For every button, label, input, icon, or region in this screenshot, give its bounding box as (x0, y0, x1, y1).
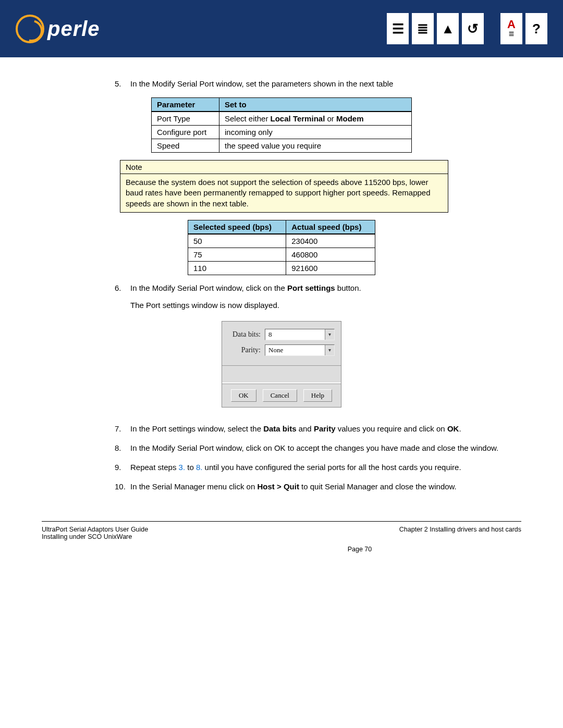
parity-select[interactable]: None ▾ (265, 344, 335, 356)
font-icon[interactable]: A≡ (500, 13, 522, 44)
page-content: 5. In the Modify Serial Port window, set… (0, 57, 563, 505)
speed-table: Selected speed (bps) Actual speed (bps) … (188, 220, 375, 275)
databits-select[interactable]: 8 ▾ (265, 329, 335, 340)
link-step8[interactable]: 8. (196, 463, 203, 472)
parity-label: Parity: (228, 346, 265, 354)
speed-th2: Actual speed (bps) (286, 220, 375, 234)
chevron-down-icon[interactable]: ▾ (325, 345, 334, 355)
ok-button[interactable]: OK (231, 389, 256, 402)
table-row: Port Type Select either Local Terminal o… (152, 112, 412, 126)
table-row: Speed the speed value you require (152, 139, 412, 153)
step-7: 7. In the Port settings window, select t… (42, 423, 521, 434)
logo-text: perle (47, 17, 100, 41)
databits-label: Data bits: (228, 330, 265, 339)
table-row: 50230400 (188, 234, 375, 248)
step-9: 9. Repeat steps 3. to 8. until you have … (42, 462, 521, 473)
cancel-button[interactable]: Cancel (263, 389, 297, 402)
parameter-table: Parameter Set to Port Type Select either… (151, 97, 412, 153)
footer-chapter: Chapter 2 Installing drivers and host ca… (399, 526, 521, 540)
table-row: Configure port incoming only (152, 126, 412, 139)
logo: perle (16, 15, 100, 43)
table-row: 110921600 (188, 261, 375, 275)
note-body: Because the system does not support the … (120, 174, 448, 212)
footer-doc-title: UltraPort Serial Adaptors User Guide (42, 526, 148, 533)
param-th1: Parameter (152, 98, 219, 112)
port-settings-dialog: Data bits: 8 ▾ Parity: None ▾ OK Cancel … (222, 321, 341, 408)
note-title: Note (120, 161, 448, 174)
help-icon[interactable]: ? (525, 13, 547, 44)
note-box: Note Because the system does not support… (120, 160, 448, 213)
logo-icon (16, 15, 44, 43)
page-number: Page 70 (42, 546, 521, 553)
page-header: perle ☰ ≣ ▲ ↺ A≡ ? (0, 0, 563, 57)
up-icon[interactable]: ▲ (437, 13, 459, 44)
list-icon[interactable]: ≣ (412, 13, 434, 44)
step-5: 5. In the Modify Serial Port window, set… (42, 78, 521, 89)
header-toolbar: ☰ ≣ ▲ ↺ A≡ ? (387, 13, 547, 44)
step-10: 10. In the Serial Manager menu click on … (42, 481, 521, 492)
toc-icon[interactable]: ☰ (387, 13, 409, 44)
step-8: 8. In the Modify Serial Port window, cli… (42, 442, 521, 453)
chevron-down-icon[interactable]: ▾ (325, 329, 334, 340)
speed-th1: Selected speed (bps) (188, 220, 286, 234)
page-footer: UltraPort Serial Adaptors User Guide Ins… (42, 521, 521, 569)
step-6: 6. In the Modify Serial Port window, cli… (42, 282, 521, 311)
footer-section: Installing under SCO UnixWare (42, 533, 148, 540)
databits-row: Data bits: 8 ▾ (228, 329, 335, 340)
help-button[interactable]: Help (303, 389, 332, 402)
table-row: 75460800 (188, 248, 375, 261)
parity-row: Parity: None ▾ (228, 344, 335, 356)
link-step3[interactable]: 3. (179, 463, 186, 472)
param-th2: Set to (219, 98, 412, 112)
back-icon[interactable]: ↺ (462, 13, 484, 44)
